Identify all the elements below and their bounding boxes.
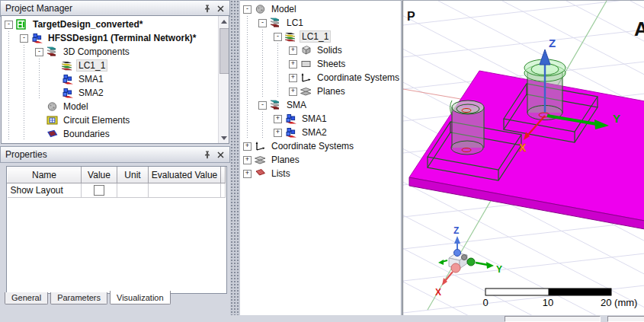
model-icon <box>46 101 59 112</box>
panel-splitter[interactable] <box>230 0 240 322</box>
expand-box-icon[interactable]: + <box>289 60 297 69</box>
expand-box-icon[interactable]: + <box>243 142 252 151</box>
model-tree-item-model[interactable]: -Model <box>240 2 401 16</box>
project-tree-item-model[interactable]: Model <box>2 100 229 113</box>
expand-box-icon[interactable]: + <box>243 156 252 164</box>
collapse-box-icon[interactable]: - <box>20 34 28 43</box>
tree-label: SMA2 <box>300 127 328 138</box>
model-tree-item-sma[interactable]: -SMA <box>240 98 401 112</box>
model-tree: -Model-LC1-LC1_1+Solids+Sheets+Coordinat… <box>240 1 401 180</box>
tree-label: SMA1 <box>77 74 105 84</box>
property-unit <box>117 183 149 198</box>
tree-guide <box>2 59 17 72</box>
tree-guide <box>271 43 286 57</box>
scale-tick-0: 0 <box>482 297 488 308</box>
project-tree-item-hfssdesign1-terminal-network[interactable]: -HFSSDesign1 (Terminal Network)* <box>2 31 229 45</box>
model-tree-item-solids[interactable]: +Solids <box>240 43 401 57</box>
tree-guide <box>255 43 271 57</box>
collapse-box-icon[interactable]: - <box>243 5 252 14</box>
tree-guide <box>240 84 255 98</box>
tree-guide <box>240 57 255 71</box>
column-header-evaluated-value[interactable]: Evaluated Value <box>149 167 221 183</box>
tab-general[interactable]: General <box>5 292 48 304</box>
solids-icon <box>300 45 312 56</box>
tree-guide <box>32 86 47 100</box>
components-stack-icon <box>269 100 282 110</box>
column-header-name[interactable]: Name <box>8 167 82 183</box>
column-header-filler <box>221 167 226 183</box>
expand-box-icon[interactable]: + <box>243 170 252 178</box>
close-icon[interactable] <box>215 3 226 14</box>
pin-icon[interactable] <box>201 3 213 14</box>
tab-parameters[interactable]: Parameters <box>50 292 107 304</box>
tree-label: Model <box>270 4 298 14</box>
tree-guide <box>271 57 286 71</box>
project-tree-item-targetdesign-converted[interactable]: -TargetDesign_converted* <box>2 18 229 31</box>
expand-box-icon[interactable]: + <box>289 46 297 55</box>
pin-icon[interactable] <box>201 149 213 160</box>
project-tree-item-circuit-elements[interactable]: Circuit Elements <box>2 113 229 127</box>
scroll-down-icon[interactable] <box>219 132 229 143</box>
properties-panel: Properties NameValueUnitEvaluated ValueS… <box>0 146 230 308</box>
tree-guide <box>32 59 47 72</box>
tree-label: LC1_1 <box>300 31 330 42</box>
expand-box-icon[interactable]: + <box>289 74 297 82</box>
tree-guide <box>2 100 17 113</box>
planes-icon <box>254 155 267 165</box>
tree-label: SMA1 <box>300 113 328 124</box>
model-icon <box>254 4 267 14</box>
model-tree-item-planes[interactable]: +Planes <box>240 84 401 98</box>
circuit-elements-icon <box>46 115 59 126</box>
project-tree-item-sma1[interactable]: SMA1 <box>2 72 229 86</box>
scroll-up-icon[interactable] <box>219 16 229 27</box>
collapse-box-icon[interactable]: - <box>258 19 267 27</box>
properties-title: Properties <box>5 149 47 160</box>
component-cubes-icon <box>61 74 74 84</box>
triad-x-label: X <box>435 287 441 298</box>
3d-scene[interactable]: Z Y X Z Y <box>403 1 644 315</box>
model-tree-item-lc1-1[interactable]: -LC1_1 <box>240 30 401 43</box>
column-header-value[interactable]: Value <box>82 167 117 183</box>
tree-guide <box>2 72 17 86</box>
tree-label: TargetDesign_converted* <box>31 19 145 30</box>
project-icon <box>15 19 28 30</box>
project-tree-scrollbar[interactable] <box>218 16 229 143</box>
property-table: NameValueUnitEvaluated ValueShow Layout <box>7 167 226 198</box>
close-icon[interactable] <box>215 149 226 160</box>
planes-icon <box>300 86 312 97</box>
model-tree-item-lists[interactable]: +Lists <box>240 167 401 180</box>
project-tree-item-boundaries[interactable]: Boundaries <box>2 127 229 141</box>
tree-guide <box>17 86 32 100</box>
axis-x-label: X <box>519 142 527 154</box>
model-tree-item-planes[interactable]: +Planes <box>240 153 401 167</box>
model-tree-item-coordinate-systems[interactable]: +Coordinate Systems <box>240 71 401 84</box>
model-tree-item-sma2[interactable]: +SMA2 <box>240 126 401 139</box>
collapse-box-icon[interactable]: - <box>35 48 43 56</box>
3d-viewport[interactable]: Z Y X Z Y <box>402 0 644 315</box>
expand-box-icon[interactable]: + <box>289 88 297 96</box>
model-tree-item-lc1[interactable]: -LC1 <box>240 16 401 30</box>
collapse-box-icon[interactable]: - <box>5 21 13 29</box>
project-tree-item-sma2[interactable]: SMA2 <box>2 86 229 100</box>
tree-guide <box>240 71 255 84</box>
expand-box-icon[interactable]: + <box>274 129 282 137</box>
collapse-box-icon[interactable]: - <box>258 101 267 110</box>
collapse-box-icon[interactable]: - <box>274 33 282 41</box>
property-evaluated <box>149 183 221 198</box>
scrollbar-thumb[interactable] <box>219 28 229 74</box>
tab-visualization[interactable]: Visualization <box>110 291 171 304</box>
axis-z-label: Z <box>549 37 556 49</box>
tree-label: 3D Components <box>62 46 131 57</box>
project-tree-item-3d-components[interactable]: -3D Components <box>2 45 229 59</box>
column-header-unit[interactable]: Unit <box>117 167 149 183</box>
expand-box-icon[interactable]: + <box>274 115 282 123</box>
model-tree-item-sma1[interactable]: +SMA1 <box>240 112 401 126</box>
project-tree-item-lc1-1[interactable]: LC1_1 <box>2 59 229 72</box>
tree-guide <box>2 31 17 45</box>
corner-label-a: A <box>634 18 644 40</box>
project-manager-title: Project Manager <box>5 3 72 14</box>
components-stack-icon <box>269 18 282 28</box>
model-tree-item-coordinate-systems[interactable]: +Coordinate Systems <box>240 139 401 153</box>
show-layout-checkbox[interactable] <box>94 185 104 196</box>
model-tree-item-sheets[interactable]: +Sheets <box>240 57 401 71</box>
